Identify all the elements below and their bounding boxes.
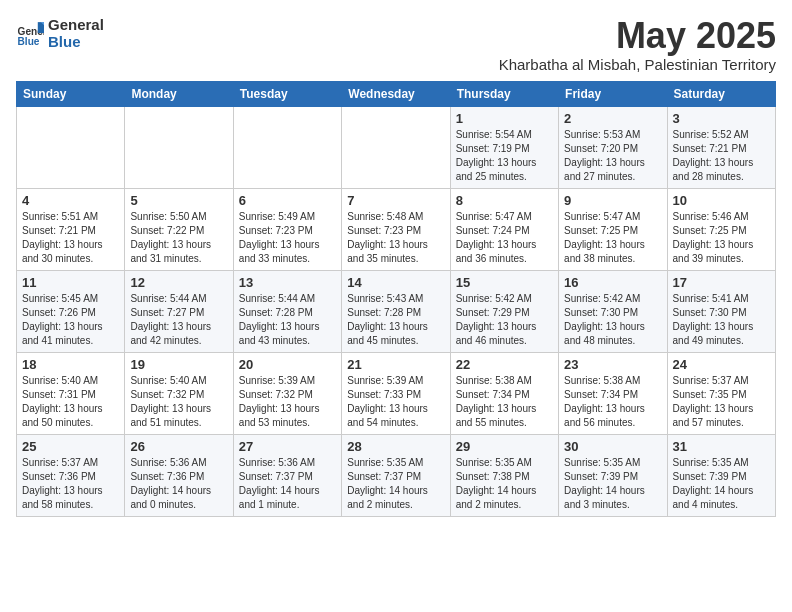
day-number: 1 bbox=[456, 111, 553, 126]
day-cell: 3Sunrise: 5:52 AM Sunset: 7:21 PM Daylig… bbox=[667, 106, 775, 188]
day-cell: 20Sunrise: 5:39 AM Sunset: 7:32 PM Dayli… bbox=[233, 352, 341, 434]
day-number: 9 bbox=[564, 193, 661, 208]
week-row-5: 25Sunrise: 5:37 AM Sunset: 7:36 PM Dayli… bbox=[17, 434, 776, 516]
day-info: Sunrise: 5:37 AM Sunset: 7:36 PM Dayligh… bbox=[22, 456, 119, 512]
day-cell: 19Sunrise: 5:40 AM Sunset: 7:32 PM Dayli… bbox=[125, 352, 233, 434]
day-info: Sunrise: 5:54 AM Sunset: 7:19 PM Dayligh… bbox=[456, 128, 553, 184]
day-info: Sunrise: 5:44 AM Sunset: 7:28 PM Dayligh… bbox=[239, 292, 336, 348]
svg-text:Blue: Blue bbox=[18, 36, 40, 47]
day-number: 21 bbox=[347, 357, 444, 372]
day-number: 29 bbox=[456, 439, 553, 454]
day-number: 18 bbox=[22, 357, 119, 372]
day-cell: 2Sunrise: 5:53 AM Sunset: 7:20 PM Daylig… bbox=[559, 106, 667, 188]
day-number: 17 bbox=[673, 275, 770, 290]
day-info: Sunrise: 5:35 AM Sunset: 7:38 PM Dayligh… bbox=[456, 456, 553, 512]
day-number: 2 bbox=[564, 111, 661, 126]
day-number: 3 bbox=[673, 111, 770, 126]
day-number: 7 bbox=[347, 193, 444, 208]
logo-icon: General Blue bbox=[16, 19, 44, 47]
day-info: Sunrise: 5:39 AM Sunset: 7:32 PM Dayligh… bbox=[239, 374, 336, 430]
day-cell bbox=[17, 106, 125, 188]
day-cell: 22Sunrise: 5:38 AM Sunset: 7:34 PM Dayli… bbox=[450, 352, 558, 434]
weekday-header-row: SundayMondayTuesdayWednesdayThursdayFrid… bbox=[17, 81, 776, 106]
day-info: Sunrise: 5:36 AM Sunset: 7:36 PM Dayligh… bbox=[130, 456, 227, 512]
logo: General Blue General Blue bbox=[16, 16, 104, 50]
day-cell bbox=[233, 106, 341, 188]
day-info: Sunrise: 5:42 AM Sunset: 7:29 PM Dayligh… bbox=[456, 292, 553, 348]
day-cell: 9Sunrise: 5:47 AM Sunset: 7:25 PM Daylig… bbox=[559, 188, 667, 270]
day-number: 30 bbox=[564, 439, 661, 454]
day-cell: 8Sunrise: 5:47 AM Sunset: 7:24 PM Daylig… bbox=[450, 188, 558, 270]
day-info: Sunrise: 5:37 AM Sunset: 7:35 PM Dayligh… bbox=[673, 374, 770, 430]
day-info: Sunrise: 5:38 AM Sunset: 7:34 PM Dayligh… bbox=[456, 374, 553, 430]
day-cell: 1Sunrise: 5:54 AM Sunset: 7:19 PM Daylig… bbox=[450, 106, 558, 188]
day-number: 25 bbox=[22, 439, 119, 454]
day-info: Sunrise: 5:45 AM Sunset: 7:26 PM Dayligh… bbox=[22, 292, 119, 348]
weekday-header-saturday: Saturday bbox=[667, 81, 775, 106]
day-number: 15 bbox=[456, 275, 553, 290]
weekday-header-sunday: Sunday bbox=[17, 81, 125, 106]
day-number: 19 bbox=[130, 357, 227, 372]
day-cell bbox=[125, 106, 233, 188]
day-number: 4 bbox=[22, 193, 119, 208]
day-cell: 15Sunrise: 5:42 AM Sunset: 7:29 PM Dayli… bbox=[450, 270, 558, 352]
day-cell: 26Sunrise: 5:36 AM Sunset: 7:36 PM Dayli… bbox=[125, 434, 233, 516]
day-cell: 24Sunrise: 5:37 AM Sunset: 7:35 PM Dayli… bbox=[667, 352, 775, 434]
day-info: Sunrise: 5:35 AM Sunset: 7:39 PM Dayligh… bbox=[564, 456, 661, 512]
day-info: Sunrise: 5:47 AM Sunset: 7:24 PM Dayligh… bbox=[456, 210, 553, 266]
day-info: Sunrise: 5:52 AM Sunset: 7:21 PM Dayligh… bbox=[673, 128, 770, 184]
weekday-header-thursday: Thursday bbox=[450, 81, 558, 106]
day-info: Sunrise: 5:44 AM Sunset: 7:27 PM Dayligh… bbox=[130, 292, 227, 348]
day-cell: 13Sunrise: 5:44 AM Sunset: 7:28 PM Dayli… bbox=[233, 270, 341, 352]
day-info: Sunrise: 5:35 AM Sunset: 7:39 PM Dayligh… bbox=[673, 456, 770, 512]
week-row-2: 4Sunrise: 5:51 AM Sunset: 7:21 PM Daylig… bbox=[17, 188, 776, 270]
day-cell: 23Sunrise: 5:38 AM Sunset: 7:34 PM Dayli… bbox=[559, 352, 667, 434]
day-info: Sunrise: 5:43 AM Sunset: 7:28 PM Dayligh… bbox=[347, 292, 444, 348]
day-cell: 10Sunrise: 5:46 AM Sunset: 7:25 PM Dayli… bbox=[667, 188, 775, 270]
day-info: Sunrise: 5:49 AM Sunset: 7:23 PM Dayligh… bbox=[239, 210, 336, 266]
day-info: Sunrise: 5:40 AM Sunset: 7:32 PM Dayligh… bbox=[130, 374, 227, 430]
day-cell bbox=[342, 106, 450, 188]
day-info: Sunrise: 5:36 AM Sunset: 7:37 PM Dayligh… bbox=[239, 456, 336, 512]
day-cell: 25Sunrise: 5:37 AM Sunset: 7:36 PM Dayli… bbox=[17, 434, 125, 516]
week-row-3: 11Sunrise: 5:45 AM Sunset: 7:26 PM Dayli… bbox=[17, 270, 776, 352]
day-number: 28 bbox=[347, 439, 444, 454]
day-number: 8 bbox=[456, 193, 553, 208]
day-cell: 4Sunrise: 5:51 AM Sunset: 7:21 PM Daylig… bbox=[17, 188, 125, 270]
day-number: 6 bbox=[239, 193, 336, 208]
day-number: 23 bbox=[564, 357, 661, 372]
day-number: 22 bbox=[456, 357, 553, 372]
day-number: 13 bbox=[239, 275, 336, 290]
day-cell: 27Sunrise: 5:36 AM Sunset: 7:37 PM Dayli… bbox=[233, 434, 341, 516]
day-info: Sunrise: 5:46 AM Sunset: 7:25 PM Dayligh… bbox=[673, 210, 770, 266]
day-cell: 6Sunrise: 5:49 AM Sunset: 7:23 PM Daylig… bbox=[233, 188, 341, 270]
page-header: General Blue General Blue May 2025 Kharb… bbox=[16, 16, 776, 73]
day-cell: 7Sunrise: 5:48 AM Sunset: 7:23 PM Daylig… bbox=[342, 188, 450, 270]
day-info: Sunrise: 5:42 AM Sunset: 7:30 PM Dayligh… bbox=[564, 292, 661, 348]
day-info: Sunrise: 5:51 AM Sunset: 7:21 PM Dayligh… bbox=[22, 210, 119, 266]
day-number: 26 bbox=[130, 439, 227, 454]
month-title: May 2025 bbox=[499, 16, 776, 56]
day-info: Sunrise: 5:48 AM Sunset: 7:23 PM Dayligh… bbox=[347, 210, 444, 266]
logo-general: General bbox=[48, 16, 104, 33]
day-cell: 17Sunrise: 5:41 AM Sunset: 7:30 PM Dayli… bbox=[667, 270, 775, 352]
day-cell: 11Sunrise: 5:45 AM Sunset: 7:26 PM Dayli… bbox=[17, 270, 125, 352]
day-number: 16 bbox=[564, 275, 661, 290]
day-info: Sunrise: 5:38 AM Sunset: 7:34 PM Dayligh… bbox=[564, 374, 661, 430]
day-number: 5 bbox=[130, 193, 227, 208]
day-info: Sunrise: 5:53 AM Sunset: 7:20 PM Dayligh… bbox=[564, 128, 661, 184]
day-info: Sunrise: 5:41 AM Sunset: 7:30 PM Dayligh… bbox=[673, 292, 770, 348]
day-info: Sunrise: 5:40 AM Sunset: 7:31 PM Dayligh… bbox=[22, 374, 119, 430]
weekday-header-monday: Monday bbox=[125, 81, 233, 106]
day-number: 14 bbox=[347, 275, 444, 290]
day-number: 12 bbox=[130, 275, 227, 290]
day-cell: 29Sunrise: 5:35 AM Sunset: 7:38 PM Dayli… bbox=[450, 434, 558, 516]
weekday-header-tuesday: Tuesday bbox=[233, 81, 341, 106]
day-number: 27 bbox=[239, 439, 336, 454]
location-title: Kharbatha al Misbah, Palestinian Territo… bbox=[499, 56, 776, 73]
day-info: Sunrise: 5:39 AM Sunset: 7:33 PM Dayligh… bbox=[347, 374, 444, 430]
weekday-header-friday: Friday bbox=[559, 81, 667, 106]
day-cell: 30Sunrise: 5:35 AM Sunset: 7:39 PM Dayli… bbox=[559, 434, 667, 516]
logo-blue: Blue bbox=[48, 33, 104, 50]
title-block: May 2025 Kharbatha al Misbah, Palestinia… bbox=[499, 16, 776, 73]
